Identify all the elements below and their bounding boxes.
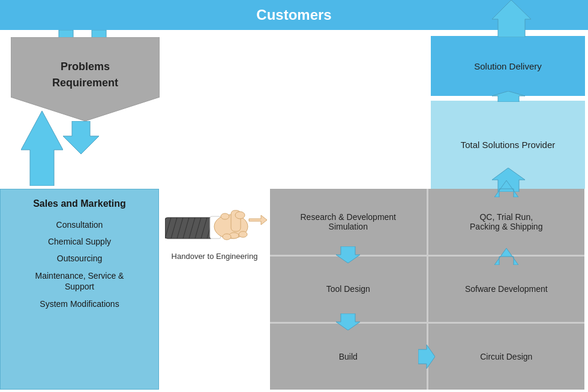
svg-marker-25 — [336, 246, 360, 263]
svg-text:Requirement: Requirement — [52, 77, 118, 89]
sales-panel-title: Sales and Marketing — [33, 198, 126, 209]
qc-label: QC, Trial Run,Packing & Shipping — [470, 212, 542, 231]
svg-point-19 — [235, 212, 245, 219]
handover-section: Handover to Engineering — [159, 189, 270, 267]
cell-qc: QC, Trial Run,Packing & Shipping — [428, 189, 585, 255]
sales-item-chemical-supply: Chemical Supply — [48, 237, 111, 246]
handover-label: Handover to Engineering — [172, 252, 258, 262]
sales-item-system-modifications: System Modifications — [40, 299, 119, 309]
svg-marker-24 — [249, 215, 267, 225]
svg-point-22 — [223, 234, 231, 240]
svg-marker-6 — [21, 111, 63, 186]
circuit-label: Circuit Design — [480, 352, 532, 361]
cell-circuit: Circuit Design — [428, 324, 585, 390]
software-up-arrow-icon — [494, 248, 518, 265]
cell-rd: Research & DevelopmentSimulation — [270, 189, 427, 255]
build-right-arrow-icon — [418, 345, 435, 369]
cell-build: Build — [270, 324, 427, 390]
solution-delivery-label: Solution Delivery — [474, 61, 542, 71]
solution-delivery-box: Solution Delivery — [431, 36, 585, 96]
sales-panel: Sales and Marketing Consultation Chemica… — [0, 189, 159, 390]
arrow-down-small-icon — [63, 121, 99, 154]
svg-point-23 — [239, 231, 247, 237]
svg-text:Problems: Problems — [61, 61, 110, 73]
svg-marker-5 — [63, 121, 99, 154]
svg-marker-28 — [494, 248, 518, 265]
svg-marker-27 — [336, 313, 360, 330]
qc-up-arrow-icon — [494, 180, 518, 197]
sales-item-consultation: Consultation — [56, 220, 103, 230]
total-solutions-label: Total Solutions Provider — [461, 140, 556, 150]
rd-label: Research & DevelopmentSimulation — [300, 212, 396, 231]
sales-item-outsourcing: Outsourcing — [57, 254, 102, 263]
svg-marker-26 — [494, 180, 518, 197]
rd-down-arrow-icon — [336, 246, 360, 263]
svg-marker-30 — [492, 0, 531, 37]
tool-down-arrow-icon — [336, 313, 360, 330]
sales-item-maintenance: Maintenance, Service &Support — [35, 270, 124, 292]
cell-software: Sofware Development — [428, 257, 585, 322]
svg-marker-31 — [492, 91, 525, 102]
customers-label: Customers — [256, 7, 331, 23]
problems-requirement-box: Problems Requirement — [11, 37, 160, 121]
arrow-up-left-icon — [21, 111, 63, 186]
problems-shape-icon: Problems Requirement — [11, 37, 160, 121]
engineering-grid: Research & DevelopmentSimulation QC, Tri… — [270, 189, 584, 390]
hand-pointing-icon — [165, 194, 267, 245]
software-label: Sofware Development — [465, 284, 548, 294]
arrow-up-top-right-icon — [492, 0, 531, 37]
cell-tool: Tool Design — [270, 257, 427, 322]
tool-label: Tool Design — [326, 284, 370, 294]
svg-point-20 — [221, 213, 229, 219]
build-label: Build — [339, 352, 358, 361]
svg-marker-29 — [418, 345, 435, 369]
arrow-up-mid-right-icon — [492, 91, 525, 102]
